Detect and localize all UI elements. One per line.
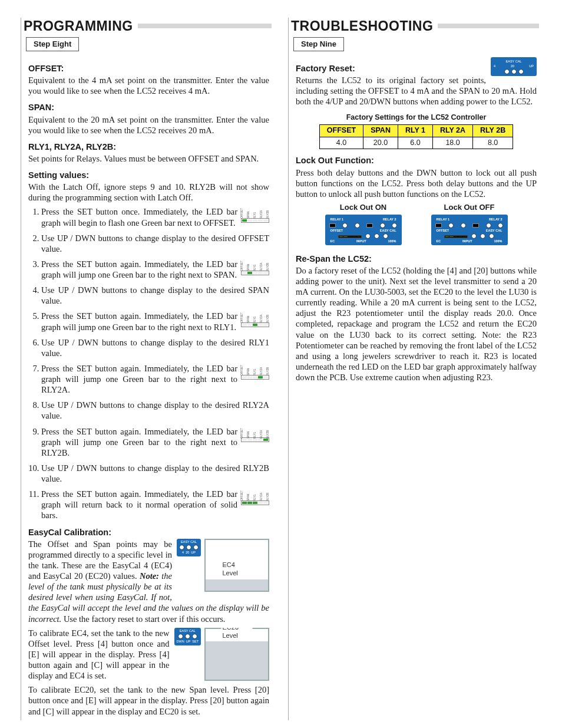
ledbar-icon: OFFSETSPANRLY1RLY2ARLY2B: [241, 260, 269, 275]
step-6: Use UP / DWN buttons to change display t…: [41, 337, 269, 358]
step-3: Press the SET button again. Immediately,…: [41, 259, 269, 280]
step-8: Use UP / DWN buttons to change display t…: [41, 400, 269, 421]
span-heading: SPAN:: [28, 102, 269, 113]
respan-heading: Re-Span the LC52:: [296, 253, 537, 264]
factory-reset-block: EASY CAL 420UP Factory Reset: Returns th…: [296, 57, 537, 111]
step-4: Use UP / DWN buttons to change display t…: [41, 285, 269, 306]
lockout-text: Press both delay buttons and the DWN but…: [296, 167, 537, 199]
ledbar-icon: OFFSETSPANRLY1RLY2ARLY2B: [241, 364, 269, 380]
step-10: Use UP / DWN buttons to change display t…: [41, 463, 269, 484]
step-5-text: Press the SET button again. Immediately,…: [41, 311, 237, 331]
td-rly1: 6.0: [398, 137, 432, 149]
troubleshooting-title-text: TROUBLESHOOTING: [291, 18, 433, 35]
ec4-figure: EASY CAL 420UP EC4 Level: [177, 539, 269, 592]
step-nine-tab: Step Nine: [293, 37, 344, 51]
tank-ec4-icon: EC4 Level: [204, 539, 269, 592]
ledbar-icon: OFFSETSPANRLY1RLY2ARLY2B: [241, 427, 269, 443]
lockout-on-col: Lock Out ON RELAY 1RELAY 2 OFFSETEASY CA…: [325, 203, 402, 245]
step-7: Press the SET button again. Immediately,…: [41, 363, 269, 395]
th-offset: OFFSET: [319, 125, 363, 137]
setting-values-intro: With the Latch Off, ignore steps 9 and 1…: [28, 182, 269, 203]
easycal-row-2: EASY CAL DWNUPSET EC20 Level To calibrat…: [28, 628, 269, 685]
respan-text: Do a factory reset of the LC52 (holding …: [296, 265, 537, 383]
ledbar-icon: OFFSETSPANRLY1RLY2ARLY2B: [241, 207, 269, 223]
th-rly1: RLY 1: [398, 125, 432, 137]
troubleshooting-title: TROUBLESHOOTING: [289, 18, 541, 35]
lockout-on-label: Lock Out ON: [325, 203, 402, 212]
th-rly2a: RLY 2A: [433, 125, 473, 137]
step-11-text: Press the SET button again. Immediately,…: [41, 489, 237, 520]
step-5: Press the SET button again. Immediately,…: [41, 311, 269, 332]
th-rly2b: RLY 2B: [473, 125, 513, 137]
step-1-text: Press the SET button once. Immediately, …: [41, 207, 237, 227]
offset-text: Equivalent to the 4 mA set point on the …: [28, 75, 269, 96]
lockout-off-label: Lock Out OFF: [431, 203, 508, 212]
td-rly2b: 8.0: [473, 137, 513, 149]
lockout-off-col: Lock Out OFF RELAY 1RELAY 2 OFFSETEASY C…: [431, 203, 508, 245]
rly-text: Set points for Relays. Values must be be…: [28, 153, 269, 164]
tank-ec20-icon: EC20 Level: [204, 628, 269, 681]
table-row: 4.0 20.0 6.0 18.0 8.0: [319, 137, 513, 149]
step-2: Use UP / DWN buttons to change display t…: [41, 233, 269, 254]
th-span: SPAN: [363, 125, 398, 137]
easycal-p3: To calibrate EC20, set the tank to the n…: [28, 684, 269, 716]
troubleshooting-body: EASY CAL 420UP Factory Reset: Returns th…: [289, 57, 541, 383]
step-1: Press the SET button once. Immediately, …: [41, 206, 269, 228]
td-offset: 4.0: [319, 137, 363, 149]
lc52-panel-lockon-icon: RELAY 1RELAY 2 OFFSETEASY CAL ECINPUT100…: [325, 215, 402, 245]
ledbar-icon: OFFSETSPANRLY1RLY2ARLY2B: [241, 312, 269, 327]
lockout-figures: Lock Out ON RELAY 1RELAY 2 OFFSETEASY CA…: [296, 203, 537, 245]
programming-body: OFFSET: Equivalent to the 4 mA set point…: [21, 63, 274, 717]
step-eight-tab: Step Eight: [26, 37, 79, 51]
step-9-text: Press the SET button again. Immediately,…: [41, 427, 237, 457]
easycal-heading: EasyCal Calibration:: [28, 527, 269, 538]
ec20-level-label: EC20 Level: [222, 628, 253, 640]
page: PROGRAMMING Step Eight OFFSET: Equivalen…: [21, 18, 541, 720]
lockout-heading: Lock Out Function:: [296, 155, 537, 166]
programming-title-text: PROGRAMMING: [24, 18, 133, 35]
rly-heading: RLY1, RLY2A, RLY2B:: [28, 141, 269, 152]
factory-settings-table: OFFSET SPAN RLY 1 RLY 2A RLY 2B 4.0 20.0…: [319, 124, 513, 149]
troubleshooting-column: TROUBLESHOOTING Step Nine EASY CAL 420UP…: [288, 18, 541, 720]
easycal-reset-panel-icon: EASY CAL 420UP: [491, 57, 537, 76]
easycal-row-1: EASY CAL 420UP EC4 Level The Offset and …: [28, 539, 269, 628]
factory-table-caption: Factory Settings for the LC52 Controller: [296, 113, 537, 123]
td-span: 20.0: [363, 137, 398, 149]
table-header-row: OFFSET SPAN RLY 1 RLY 2A RLY 2B: [319, 125, 513, 137]
offset-heading: OFFSET:: [28, 63, 269, 74]
ec20-figure: EASY CAL DWNUPSET EC20 Level: [174, 628, 269, 681]
step-3-text: Press the SET button again. Immediately,…: [41, 259, 237, 279]
step-11: Press the SET button again. Immediately,…: [41, 489, 269, 521]
setting-values-heading: Setting values:: [28, 170, 269, 180]
programming-title: PROGRAMMING: [21, 18, 274, 35]
easycal-panel-icon: EASY CAL 420UP: [177, 539, 201, 556]
lc52-panel-lockoff-icon: RELAY 1RELAY 2 OFFSETEASY CAL ECINPUT100…: [431, 215, 508, 245]
factory-reset-text: Returns the LC52 to its original factory…: [296, 75, 537, 107]
easycal-panel-icon: EASY CAL DWNUPSET: [174, 628, 201, 645]
ec4-level-label: EC4 Level: [222, 561, 253, 578]
td-rly2a: 18.0: [433, 137, 473, 149]
span-text: Equivalent to the 20 mA set point on the…: [28, 114, 269, 136]
setting-steps-list: Press the SET button once. Immediately, …: [28, 206, 269, 521]
ledbar-icon: OFFSETSPANRLY1RLY2ARLY2B: [241, 490, 269, 505]
programming-column: PROGRAMMING Step Eight OFFSET: Equivalen…: [21, 18, 274, 720]
step-9: Press the SET button again. Immediately,…: [41, 426, 269, 458]
step-7-text: Press the SET button again. Immediately,…: [41, 364, 237, 394]
